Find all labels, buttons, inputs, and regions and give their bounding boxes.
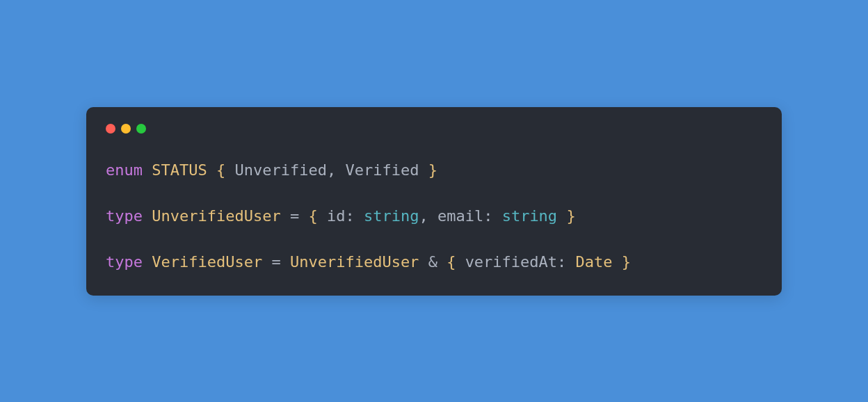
code-window: enum STATUS { Unverified, Verified } typ… — [86, 107, 782, 296]
type-string: string — [502, 207, 557, 225]
comma: , — [327, 161, 336, 179]
enum-member-verified: Verified — [345, 161, 419, 179]
equals: = — [271, 253, 280, 271]
minimize-icon[interactable] — [121, 124, 131, 134]
colon: : — [557, 253, 566, 271]
keyword-enum: enum — [106, 161, 143, 179]
maximize-icon[interactable] — [136, 124, 146, 134]
type-verified-user: VerifiedUser — [152, 253, 262, 271]
brace-close: } — [428, 161, 437, 179]
keyword-type: type — [106, 253, 143, 271]
window-controls — [106, 124, 762, 134]
code-content: enum STATUS { Unverified, Verified } typ… — [106, 159, 762, 273]
brace-open: { — [447, 253, 456, 271]
brace-open: { — [216, 161, 225, 179]
close-icon[interactable] — [106, 124, 115, 134]
prop-verified-at: verifiedAt — [465, 253, 557, 271]
prop-id: id — [327, 207, 346, 225]
colon: : — [345, 207, 354, 225]
comma: , — [419, 207, 428, 225]
brace-close: } — [622, 253, 631, 271]
type-unverified-user-ref: UnverifiedUser — [290, 253, 419, 271]
type-string: string — [364, 207, 419, 225]
enum-member-unverified: Unverified — [234, 161, 326, 179]
type-status: STATUS — [152, 161, 207, 179]
equals: = — [290, 207, 299, 225]
ampersand: & — [428, 253, 437, 271]
keyword-type: type — [106, 207, 143, 225]
colon: : — [483, 207, 492, 225]
brace-close: } — [566, 207, 575, 225]
prop-email: email — [437, 207, 483, 225]
type-date: Date — [576, 253, 613, 271]
brace-open: { — [308, 207, 317, 225]
type-unverified-user: UnverifiedUser — [152, 207, 280, 225]
